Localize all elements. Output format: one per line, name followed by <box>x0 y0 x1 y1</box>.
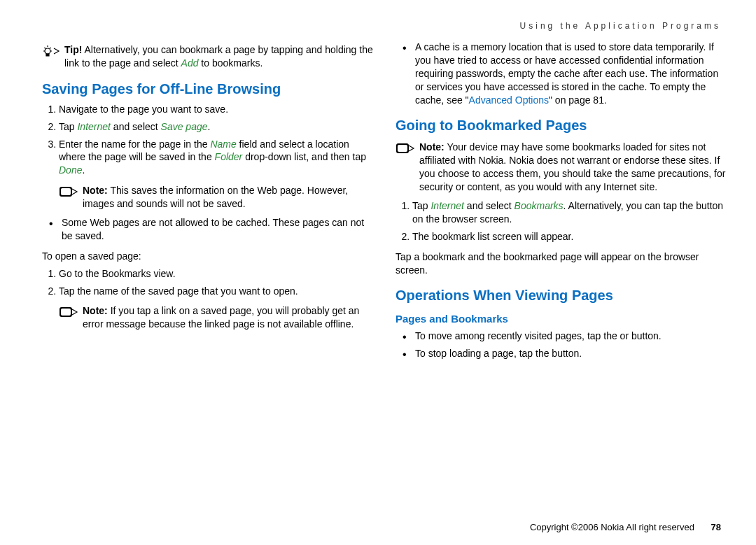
svg-rect-4 <box>61 309 71 316</box>
operations-list: To move among recently visited pages, ta… <box>396 330 728 360</box>
cache-bullet-list: Some Web pages are not allowed to be cac… <box>42 216 374 243</box>
tip-label: Tip! <box>64 44 82 55</box>
subheading-pages-bookmarks: Pages and Bookmarks <box>396 312 728 326</box>
tip-green: Add <box>181 57 199 69</box>
svg-rect-6 <box>398 145 407 152</box>
note-icon <box>59 185 78 200</box>
save-step-2: Tap Internet and select Save page. <box>59 120 374 134</box>
tip-block: Tip! Alternatively, you can bookmark a p… <box>42 43 374 70</box>
op-item-1: To move among recently visited pages, ta… <box>402 330 728 343</box>
cache-info-list: A cache is a memory location that is use… <box>396 41 728 106</box>
save-step-3: Enter the name for the page in the Name … <box>59 138 374 178</box>
note-icon <box>396 141 415 157</box>
heading-operations: Operations When Viewing Pages <box>396 286 728 305</box>
note-icon <box>59 305 78 320</box>
heading-going-to-bookmarked: Going to Bookmarked Pages <box>396 116 728 135</box>
bookmark-step-2: The bookmark list screen will appear. <box>412 230 728 243</box>
advanced-options-link: Advanced Options <box>469 94 549 106</box>
left-column: Tip! Alternatively, you can bookmark a p… <box>42 38 374 367</box>
note-block-3: Note: Your device may have some bookmark… <box>396 141 728 194</box>
op-item-2: To stop loading a page, tap the button. <box>402 347 728 360</box>
save-step-1: Navigate to the page you want to save. <box>59 103 374 116</box>
tip-icon <box>42 44 60 59</box>
note-text-3: Note: Your device may have some bookmark… <box>419 141 728 194</box>
heading-saving-pages: Saving Pages for Off-Line Browsing <box>42 80 374 99</box>
right-column: A cache is a memory location that is use… <box>396 38 728 367</box>
open-step-1: Go to the Bookmarks view. <box>59 267 374 281</box>
save-steps-list: Navigate to the page you want to save. T… <box>42 103 374 177</box>
tip-text: Tip! Alternatively, you can bookmark a p… <box>64 43 374 70</box>
open-step-2: Tap the name of the saved page that you … <box>59 285 374 298</box>
open-saved-list: Go to the Bookmarks view. Tap the name o… <box>42 267 374 298</box>
bookmark-step-1: Tap Internet and select Bookmarks. Alter… <box>412 199 728 226</box>
tip-body-b: to bookmarks. <box>198 57 262 69</box>
note-text-1: Note: This saves the information on the … <box>83 184 374 211</box>
running-header: Using the Application Programs <box>42 21 728 31</box>
copyright-text: Copyright ©2006 Nokia All right reserved <box>530 522 694 532</box>
page-number: 78 <box>711 522 721 532</box>
svg-rect-2 <box>61 188 71 195</box>
note-block-2: Note: If you tap a link on a saved page,… <box>59 304 374 331</box>
svg-point-0 <box>45 48 50 54</box>
cache-bullet: Some Web pages are not allowed to be cac… <box>49 216 374 243</box>
open-saved-intro: To open a saved page: <box>42 250 374 263</box>
note-text-2: Note: If you tap a link on a saved page,… <box>83 304 374 331</box>
bookmark-steps-list: Tap Internet and select Bookmarks. Alter… <box>396 199 728 243</box>
note-block-1: Note: This saves the information on the … <box>59 184 374 211</box>
cache-info-bullet: A cache is a memory location that is use… <box>402 41 728 106</box>
tap-bookmark-para: Tap a bookmark and the bookmarked page w… <box>396 250 728 277</box>
page-footer: Copyright ©2006 Nokia All right reserved… <box>530 522 721 532</box>
